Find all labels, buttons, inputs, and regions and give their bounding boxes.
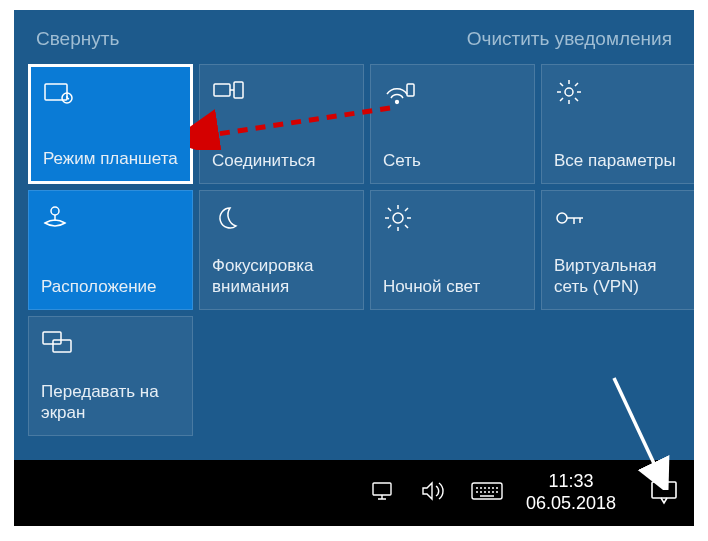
svg-point-7 xyxy=(51,207,59,215)
project-screen-icon xyxy=(41,327,180,361)
moon-icon xyxy=(212,201,351,235)
svg-rect-0 xyxy=(45,84,67,100)
tile-label: Фокусировка внимания xyxy=(212,256,351,297)
clear-notifications-link[interactable]: Очистить уведомления xyxy=(467,28,672,50)
keyboard-tray-icon[interactable] xyxy=(470,480,504,506)
svg-rect-5 xyxy=(407,84,414,96)
tile-focus-assist[interactable]: Фокусировка внимания xyxy=(199,190,364,310)
tile-label: Все параметры xyxy=(554,151,693,171)
collapse-link[interactable]: Свернуть xyxy=(36,28,119,50)
tile-label: Сеть xyxy=(383,151,522,171)
action-center-button[interactable] xyxy=(638,470,690,516)
svg-point-6 xyxy=(565,88,573,96)
taskbar-date: 06.05.2018 xyxy=(526,493,616,515)
tile-label: Виртуальная сеть (VPN) xyxy=(554,256,693,297)
tile-label: Расположение xyxy=(41,277,180,297)
tile-all-settings[interactable]: Все параметры xyxy=(541,64,706,184)
svg-rect-3 xyxy=(234,82,243,98)
network-icon xyxy=(383,75,522,109)
tile-label: Ночной свет xyxy=(383,277,522,297)
svg-point-9 xyxy=(557,213,567,223)
tile-project[interactable]: Передавать на экран xyxy=(28,316,193,436)
settings-gear-icon xyxy=(554,75,693,109)
svg-rect-14 xyxy=(373,483,391,495)
svg-point-4 xyxy=(396,101,399,104)
location-icon xyxy=(41,201,180,235)
svg-rect-2 xyxy=(214,84,230,96)
action-center-header: Свернуть Очистить уведомления xyxy=(14,10,694,64)
tile-night-light[interactable]: Ночной свет xyxy=(370,190,535,310)
taskbar: 11:33 06.05.2018 xyxy=(14,460,694,526)
svg-rect-10 xyxy=(43,332,61,344)
action-center-panel: Свернуть Очистить уведомления Режим план… xyxy=(14,10,694,460)
tile-label: Соединиться xyxy=(212,151,351,171)
tile-tablet-mode[interactable]: Режим планшета xyxy=(28,64,193,184)
vpn-icon xyxy=(554,201,693,235)
taskbar-datetime[interactable]: 11:33 06.05.2018 xyxy=(526,471,616,514)
tile-label: Режим планшета xyxy=(43,149,178,169)
volume-tray-icon[interactable] xyxy=(420,479,448,507)
svg-rect-16 xyxy=(652,482,676,498)
svg-point-8 xyxy=(393,213,403,223)
tile-network[interactable]: Сеть xyxy=(370,64,535,184)
tile-connect[interactable]: Соединиться xyxy=(199,64,364,184)
svg-rect-11 xyxy=(53,340,71,352)
tile-location[interactable]: Расположение xyxy=(28,190,193,310)
connect-icon xyxy=(212,75,351,109)
quick-action-tiles: Режим планшета Соединиться Сеть Все пара… xyxy=(14,64,694,446)
sun-icon xyxy=(383,201,522,235)
tile-vpn[interactable]: Виртуальная сеть (VPN) xyxy=(541,190,706,310)
taskbar-time: 11:33 xyxy=(526,471,616,493)
network-tray-icon[interactable] xyxy=(370,479,398,507)
tile-label: Передавать на экран xyxy=(41,382,180,423)
tablet-mode-icon xyxy=(43,77,178,111)
